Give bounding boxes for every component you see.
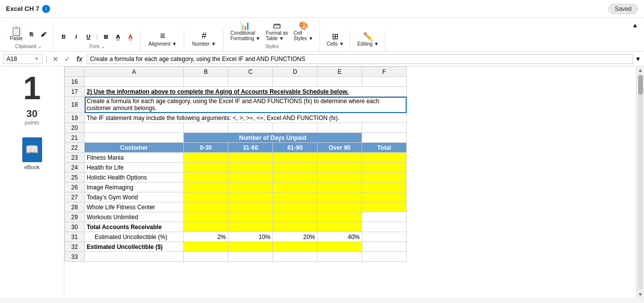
cell-c27[interactable] [228,192,273,202]
scroll-thumb[interactable] [638,75,643,95]
cell-b26[interactable] [184,182,228,192]
cell-b28[interactable] [184,202,228,212]
cell-f23[interactable] [362,153,407,163]
cell-a27[interactable]: Today's Gym World [85,192,184,202]
cell-c32[interactable] [228,242,273,252]
cell-c23[interactable] [228,153,273,163]
scroll-down-btn[interactable]: ▼ [638,292,643,297]
cell-e20[interactable] [318,123,362,133]
cell-c30[interactable] [228,222,273,232]
cell-f16[interactable] [362,77,407,87]
cell-b16[interactable] [184,77,228,87]
cell-d20[interactable] [273,123,318,133]
alignment-button[interactable]: ≡ Alignment ▼ [146,30,180,48]
cell-a21[interactable] [85,133,184,143]
cell-f24[interactable] [362,163,407,173]
conditional-formatting-button[interactable]: 📊 ConditionalFormatting ▼ [228,20,262,42]
cell-f20[interactable] [362,123,407,133]
formula-input[interactable] [87,54,634,64]
cell-e24[interactable] [318,163,362,173]
cell-c20[interactable] [228,123,273,133]
cell-e23[interactable] [318,153,362,163]
cell-f27[interactable] [362,192,407,202]
cell-a16[interactable] [85,77,184,87]
scroll-track[interactable] [638,75,643,290]
cell-f28[interactable] [362,202,407,212]
cell-f21[interactable] [362,133,407,143]
cell-b24[interactable] [184,163,228,173]
copy-button[interactable]: ⎘ [26,29,37,40]
cell-e16[interactable] [318,77,362,87]
italic-button[interactable]: I [71,31,82,42]
format-table-button[interactable]: 🗃 Format asTable ▼ [264,20,290,42]
cell-f29[interactable] [362,212,407,222]
cell-e31[interactable]: 40% [318,232,362,242]
cell-f32[interactable] [362,242,407,252]
format-painter-button[interactable]: 🖌 [38,29,49,40]
cell-a24[interactable]: Health for Life [85,163,184,173]
cell-e27[interactable] [318,192,362,202]
borders-button[interactable]: ⊞ [101,31,111,42]
formula-cancel-btn[interactable]: ✕ [51,55,60,63]
cell-d24[interactable] [273,163,318,173]
ribbon-collapse-btn[interactable]: ▲ [630,20,640,31]
cell-d26[interactable] [273,182,318,192]
cell-b23[interactable] [184,153,228,163]
cell-d28[interactable] [273,202,318,212]
ebook-section[interactable]: 📖 eBook [22,137,42,170]
bold-button[interactable]: B [58,31,69,42]
cell-b32[interactable] [184,242,228,252]
cell-f31[interactable] [362,232,407,242]
cell-f22[interactable]: Total [362,143,407,153]
cell-f26[interactable] [362,182,407,192]
cell-b25[interactable] [184,173,228,182]
cell-d30[interactable] [273,222,318,232]
font-expand[interactable]: ⌄ [101,44,105,49]
cell-d33[interactable] [273,252,318,262]
cell-f30[interactable] [362,222,407,232]
scroll-up-btn[interactable]: ▲ [638,67,643,73]
cell-d32[interactable] [273,242,318,252]
cell-a18[interactable]: Create a formula for each age category, … [85,97,407,113]
cells-button[interactable]: ⊞ Cells ▼ [325,31,346,48]
cell-c28[interactable] [228,202,273,212]
cell-b30[interactable] [184,222,228,232]
cell-b29[interactable] [184,212,228,222]
cell-c33[interactable] [228,252,273,262]
number-button[interactable]: # Number ▼ [189,30,219,48]
cell-f33[interactable] [362,252,407,262]
cell-styles-button[interactable]: 🎨 CellStyles ▼ [292,20,316,42]
cell-a32[interactable]: Estimated Uncollectible ($) [85,242,184,252]
cell-d27[interactable] [273,192,318,202]
sheet-scroll[interactable]: A B C D E F 16 [64,66,636,298]
cell-d22[interactable]: 61-90 [273,143,318,153]
paste-button[interactable]: 📋 Paste [8,26,25,42]
cell-a29[interactable]: Workouts Unlimited [85,212,184,222]
cell-e29[interactable] [318,212,362,222]
cell-e32[interactable] [318,242,362,252]
cell-a19[interactable]: The IF statement may include the followi… [85,113,407,123]
cell-b22[interactable]: 0-30 [184,143,228,153]
editing-button[interactable]: ✏️ Editing ▼ [355,31,380,48]
cell-a31[interactable]: Estimated Uncollectible (%) [85,232,184,242]
cell-a33[interactable] [85,252,184,262]
cell-c22[interactable]: 31-60 [228,143,273,153]
cell-reference-box[interactable]: A18 ▼ [3,54,43,64]
cell-d25[interactable] [273,173,318,182]
formula-fx-btn[interactable]: fx [74,55,84,63]
cell-ref-dropdown-icon[interactable]: ▼ [34,56,39,61]
formula-dropdown-btn[interactable]: ▼ [635,56,641,62]
info-icon[interactable]: i [42,5,50,13]
cell-d31[interactable]: 20% [273,232,318,242]
formula-confirm-btn[interactable]: ✓ [62,55,72,63]
cell-a17[interactable]: 2) Use the information above to complete… [85,87,407,97]
cell-d16[interactable] [273,77,318,87]
fill-color-button[interactable]: A̲ [113,31,124,42]
cell-c16[interactable] [228,77,273,87]
cell-b20[interactable] [184,123,228,133]
cell-e25[interactable] [318,173,362,182]
cell-c24[interactable] [228,163,273,173]
underline-button[interactable]: U [83,31,94,42]
cell-a26[interactable]: Image Reimaging [85,182,184,192]
clipboard-expand[interactable]: ⌄ [38,44,42,49]
